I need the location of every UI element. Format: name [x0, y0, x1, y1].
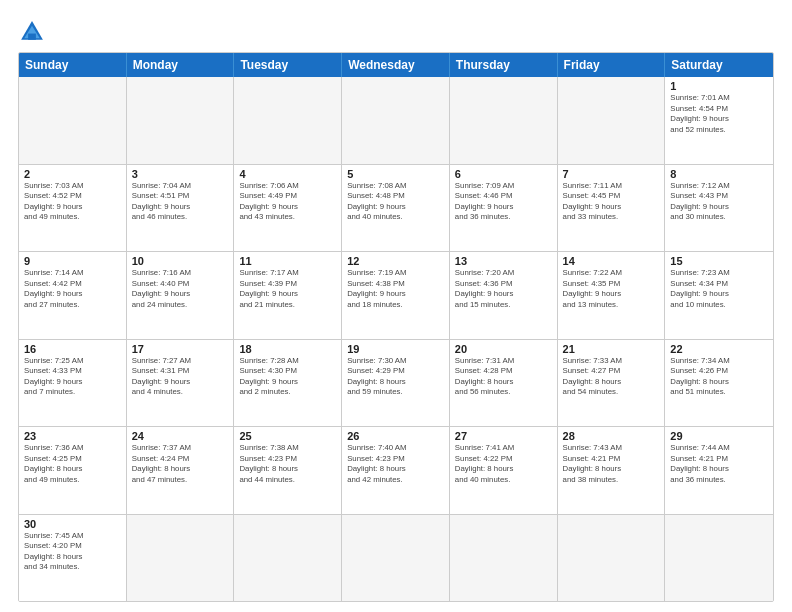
day-number: 29	[670, 430, 768, 442]
day-number: 25	[239, 430, 336, 442]
calendar-cell: 4Sunrise: 7:06 AM Sunset: 4:49 PM Daylig…	[234, 165, 342, 252]
day-info: Sunrise: 7:31 AM Sunset: 4:28 PM Dayligh…	[455, 356, 552, 398]
calendar-cell: 21Sunrise: 7:33 AM Sunset: 4:27 PM Dayli…	[558, 340, 666, 427]
calendar-cell	[665, 515, 773, 602]
calendar-cell: 1Sunrise: 7:01 AM Sunset: 4:54 PM Daylig…	[665, 77, 773, 164]
day-of-week-monday: Monday	[127, 53, 235, 77]
calendar-row-6: 30Sunrise: 7:45 AM Sunset: 4:20 PM Dayli…	[19, 515, 773, 602]
day-info: Sunrise: 7:01 AM Sunset: 4:54 PM Dayligh…	[670, 93, 768, 135]
day-of-week-tuesday: Tuesday	[234, 53, 342, 77]
day-number: 9	[24, 255, 121, 267]
calendar-header: SundayMondayTuesdayWednesdayThursdayFrid…	[19, 53, 773, 77]
calendar-cell: 13Sunrise: 7:20 AM Sunset: 4:36 PM Dayli…	[450, 252, 558, 339]
day-number: 12	[347, 255, 444, 267]
day-number: 16	[24, 343, 121, 355]
day-info: Sunrise: 7:11 AM Sunset: 4:45 PM Dayligh…	[563, 181, 660, 223]
day-number: 18	[239, 343, 336, 355]
calendar-cell: 7Sunrise: 7:11 AM Sunset: 4:45 PM Daylig…	[558, 165, 666, 252]
day-number: 3	[132, 168, 229, 180]
calendar: SundayMondayTuesdayWednesdayThursdayFrid…	[18, 52, 774, 602]
calendar-cell: 25Sunrise: 7:38 AM Sunset: 4:23 PM Dayli…	[234, 427, 342, 514]
logo	[18, 18, 50, 46]
day-info: Sunrise: 7:08 AM Sunset: 4:48 PM Dayligh…	[347, 181, 444, 223]
day-info: Sunrise: 7:40 AM Sunset: 4:23 PM Dayligh…	[347, 443, 444, 485]
day-info: Sunrise: 7:20 AM Sunset: 4:36 PM Dayligh…	[455, 268, 552, 310]
day-info: Sunrise: 7:36 AM Sunset: 4:25 PM Dayligh…	[24, 443, 121, 485]
day-number: 11	[239, 255, 336, 267]
day-number: 22	[670, 343, 768, 355]
day-info: Sunrise: 7:06 AM Sunset: 4:49 PM Dayligh…	[239, 181, 336, 223]
day-info: Sunrise: 7:38 AM Sunset: 4:23 PM Dayligh…	[239, 443, 336, 485]
calendar-cell	[127, 515, 235, 602]
day-of-week-saturday: Saturday	[665, 53, 773, 77]
calendar-body: 1Sunrise: 7:01 AM Sunset: 4:54 PM Daylig…	[19, 77, 773, 601]
day-info: Sunrise: 7:09 AM Sunset: 4:46 PM Dayligh…	[455, 181, 552, 223]
calendar-row-5: 23Sunrise: 7:36 AM Sunset: 4:25 PM Dayli…	[19, 427, 773, 515]
day-number: 1	[670, 80, 768, 92]
calendar-cell	[558, 77, 666, 164]
day-info: Sunrise: 7:12 AM Sunset: 4:43 PM Dayligh…	[670, 181, 768, 223]
day-info: Sunrise: 7:41 AM Sunset: 4:22 PM Dayligh…	[455, 443, 552, 485]
day-number: 26	[347, 430, 444, 442]
calendar-cell: 19Sunrise: 7:30 AM Sunset: 4:29 PM Dayli…	[342, 340, 450, 427]
calendar-cell	[558, 515, 666, 602]
day-info: Sunrise: 7:14 AM Sunset: 4:42 PM Dayligh…	[24, 268, 121, 310]
svg-rect-2	[28, 34, 36, 40]
calendar-row-4: 16Sunrise: 7:25 AM Sunset: 4:33 PM Dayli…	[19, 340, 773, 428]
day-number: 20	[455, 343, 552, 355]
header	[18, 18, 774, 46]
calendar-cell: 26Sunrise: 7:40 AM Sunset: 4:23 PM Dayli…	[342, 427, 450, 514]
day-info: Sunrise: 7:44 AM Sunset: 4:21 PM Dayligh…	[670, 443, 768, 485]
calendar-cell: 15Sunrise: 7:23 AM Sunset: 4:34 PM Dayli…	[665, 252, 773, 339]
calendar-row-3: 9Sunrise: 7:14 AM Sunset: 4:42 PM Daylig…	[19, 252, 773, 340]
day-number: 19	[347, 343, 444, 355]
day-number: 6	[455, 168, 552, 180]
calendar-cell: 28Sunrise: 7:43 AM Sunset: 4:21 PM Dayli…	[558, 427, 666, 514]
calendar-cell: 9Sunrise: 7:14 AM Sunset: 4:42 PM Daylig…	[19, 252, 127, 339]
calendar-cell	[342, 77, 450, 164]
calendar-cell: 22Sunrise: 7:34 AM Sunset: 4:26 PM Dayli…	[665, 340, 773, 427]
day-number: 21	[563, 343, 660, 355]
calendar-cell: 18Sunrise: 7:28 AM Sunset: 4:30 PM Dayli…	[234, 340, 342, 427]
day-number: 23	[24, 430, 121, 442]
page: SundayMondayTuesdayWednesdayThursdayFrid…	[0, 0, 792, 612]
calendar-cell: 29Sunrise: 7:44 AM Sunset: 4:21 PM Dayli…	[665, 427, 773, 514]
day-info: Sunrise: 7:17 AM Sunset: 4:39 PM Dayligh…	[239, 268, 336, 310]
day-of-week-wednesday: Wednesday	[342, 53, 450, 77]
day-info: Sunrise: 7:22 AM Sunset: 4:35 PM Dayligh…	[563, 268, 660, 310]
day-info: Sunrise: 7:43 AM Sunset: 4:21 PM Dayligh…	[563, 443, 660, 485]
day-of-week-thursday: Thursday	[450, 53, 558, 77]
day-info: Sunrise: 7:03 AM Sunset: 4:52 PM Dayligh…	[24, 181, 121, 223]
day-info: Sunrise: 7:30 AM Sunset: 4:29 PM Dayligh…	[347, 356, 444, 398]
calendar-cell	[342, 515, 450, 602]
day-number: 10	[132, 255, 229, 267]
day-number: 15	[670, 255, 768, 267]
day-number: 27	[455, 430, 552, 442]
day-info: Sunrise: 7:16 AM Sunset: 4:40 PM Dayligh…	[132, 268, 229, 310]
calendar-cell	[450, 77, 558, 164]
logo-icon	[18, 18, 46, 46]
day-info: Sunrise: 7:04 AM Sunset: 4:51 PM Dayligh…	[132, 181, 229, 223]
calendar-cell	[234, 515, 342, 602]
calendar-cell: 20Sunrise: 7:31 AM Sunset: 4:28 PM Dayli…	[450, 340, 558, 427]
day-info: Sunrise: 7:33 AM Sunset: 4:27 PM Dayligh…	[563, 356, 660, 398]
day-info: Sunrise: 7:27 AM Sunset: 4:31 PM Dayligh…	[132, 356, 229, 398]
day-number: 5	[347, 168, 444, 180]
day-info: Sunrise: 7:23 AM Sunset: 4:34 PM Dayligh…	[670, 268, 768, 310]
calendar-cell: 11Sunrise: 7:17 AM Sunset: 4:39 PM Dayli…	[234, 252, 342, 339]
calendar-cell	[234, 77, 342, 164]
calendar-cell	[127, 77, 235, 164]
day-number: 8	[670, 168, 768, 180]
calendar-cell: 27Sunrise: 7:41 AM Sunset: 4:22 PM Dayli…	[450, 427, 558, 514]
calendar-cell: 17Sunrise: 7:27 AM Sunset: 4:31 PM Dayli…	[127, 340, 235, 427]
day-number: 28	[563, 430, 660, 442]
day-number: 4	[239, 168, 336, 180]
day-number: 17	[132, 343, 229, 355]
day-number: 7	[563, 168, 660, 180]
calendar-cell	[19, 77, 127, 164]
calendar-cell: 3Sunrise: 7:04 AM Sunset: 4:51 PM Daylig…	[127, 165, 235, 252]
day-info: Sunrise: 7:25 AM Sunset: 4:33 PM Dayligh…	[24, 356, 121, 398]
day-number: 24	[132, 430, 229, 442]
calendar-row-2: 2Sunrise: 7:03 AM Sunset: 4:52 PM Daylig…	[19, 165, 773, 253]
day-of-week-sunday: Sunday	[19, 53, 127, 77]
